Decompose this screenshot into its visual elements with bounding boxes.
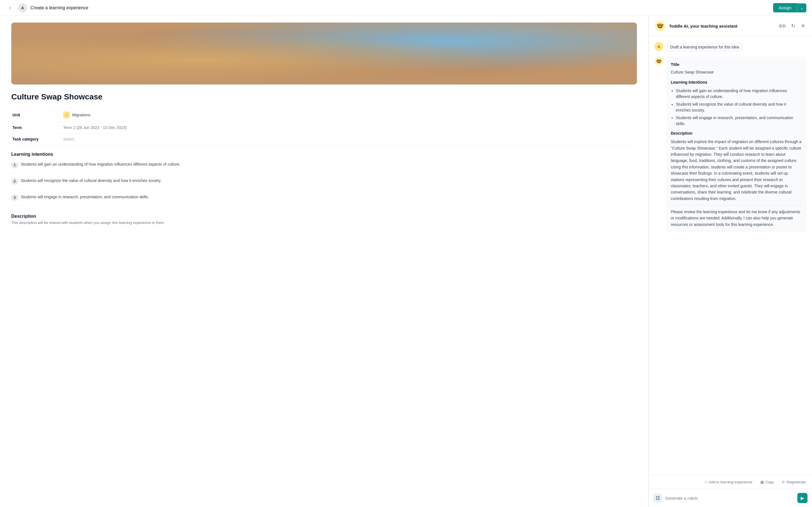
ai-li-1: Students will gain an understanding of h…	[676, 88, 802, 100]
ai-send-button[interactable]: ▶	[797, 493, 808, 503]
ai-header: 🤓 Toddle AI, your teaching assistant ↻ ✕	[649, 16, 812, 36]
assign-dropdown-button[interactable]: ⌄	[797, 3, 806, 12]
ai-li-3: Students will engage in research, presen…	[676, 115, 802, 127]
term-row: Term Term 1 (28 Jun 2023 - 15 Dec 2023)	[11, 122, 637, 133]
ai-chat: A Draft a learning experience for this i…	[649, 36, 812, 475]
wave-icon	[779, 24, 785, 28]
header: ‹ A Create a learning experience Assign …	[0, 0, 812, 16]
ai-li-2: Students will recognize the value of cul…	[676, 101, 802, 113]
ai-actions-bar: □ Add to learning experience ▦ Copy ↻ Re…	[649, 475, 812, 489]
ai-bubble: Title Culture Swap Showcase Learning Int…	[666, 57, 806, 232]
task-category-row: Task category Select	[11, 133, 637, 145]
ai-refresh-button[interactable]: ↻	[790, 22, 797, 30]
ai-followup: Please review the learning experience an…	[671, 205, 802, 228]
li-number-2: 2	[11, 178, 18, 185]
header-left: ‹ A Create a learning experience	[6, 3, 88, 12]
ai-response-title-label: Title	[671, 61, 802, 68]
left-panel: Culture Swap Showcase Unit 🧭 Migrations …	[0, 16, 649, 507]
ai-message: 🤓 Title Culture Swap Showcase Learning I…	[654, 57, 806, 232]
ai-avatar-sm: 🤓	[654, 57, 663, 66]
experience-title: Culture Swap Showcase	[11, 93, 637, 101]
description-section: Description This description will be sha…	[11, 214, 637, 225]
ai-input-field[interactable]	[665, 496, 795, 501]
user-avatar: A	[18, 3, 27, 12]
list-item: 1 Students will gain an understanding of…	[11, 161, 637, 173]
unit-value: 🧭 Migrations	[62, 108, 637, 122]
ai-wave-button[interactable]	[778, 22, 786, 29]
li-text-1: Students will gain an understanding of h…	[21, 161, 181, 167]
page-title: Create a learning experience	[31, 5, 88, 10]
term-label: Term	[11, 122, 62, 133]
li-number-3: 3	[11, 194, 18, 201]
add-to-experience-button[interactable]: □ Add to learning experience	[703, 479, 754, 485]
unit-label: Unit	[11, 108, 62, 122]
li-number-1: 1	[11, 162, 18, 168]
unit-icon: 🧭	[63, 112, 70, 118]
ai-input-icon: ☷	[653, 494, 662, 503]
main-layout: Culture Swap Showcase Unit 🧭 Migrations …	[0, 16, 812, 507]
add-icon: □	[705, 480, 707, 484]
hero-image	[11, 22, 637, 84]
regenerate-icon: ↻	[782, 480, 785, 484]
li-text-3: Students will engage in research, presen…	[21, 194, 149, 200]
ai-input-area: ☷ ▶	[649, 489, 812, 507]
list-item: 2 Students will recognize the value of c…	[11, 178, 637, 189]
list-item: 3 Students will engage in research, pres…	[11, 194, 637, 206]
ai-panel: 🤓 Toddle AI, your teaching assistant ↻ ✕	[649, 16, 812, 507]
ai-close-button[interactable]: ✕	[800, 22, 806, 30]
ai-learning-intentions-label: Learning Intentions	[671, 79, 802, 86]
regenerate-button[interactable]: ↻ Regenerate	[780, 479, 808, 485]
send-icon: ▶	[801, 496, 804, 501]
ai-description-label: Description	[671, 130, 802, 136]
assign-button[interactable]: Assign	[773, 3, 797, 12]
task-category-label: Task category	[11, 133, 62, 145]
description-subtitle: This description will be shared with stu…	[11, 221, 637, 225]
term-value: Term 1 (28 Jun 2023 - 15 Dec 2023)	[62, 122, 637, 133]
ai-name: Toddle AI, your teaching assistant	[669, 24, 774, 29]
ai-learning-intentions-list: Students will gain an understanding of h…	[671, 88, 802, 127]
task-category-select[interactable]: Select	[62, 133, 637, 145]
ai-response-title-value: Culture Swap Showcase	[671, 69, 802, 75]
ai-header-actions: ↻ ✕	[778, 22, 806, 30]
ai-description-text: Students will explore the impact of migr…	[671, 138, 802, 202]
copy-icon: ▦	[760, 480, 764, 484]
meta-table: Unit 🧭 Migrations Term Term 1 (28 Jun 20…	[11, 108, 637, 145]
back-button[interactable]: ‹	[6, 3, 15, 12]
user-avatar-sm: A	[654, 42, 663, 51]
learning-intentions-list: 1 Students will gain an understanding of…	[11, 161, 637, 206]
unit-row: Unit 🧭 Migrations	[11, 108, 637, 122]
header-actions: Assign ⌄	[773, 3, 806, 12]
user-message: A Draft a learning experience for this i…	[654, 42, 806, 52]
description-label: Description	[11, 214, 637, 219]
li-text-2: Students will recognize the value of cul…	[21, 178, 161, 184]
copy-button[interactable]: ▦ Copy	[759, 479, 776, 485]
ai-avatar: 🤓	[654, 20, 666, 32]
user-bubble: Draft a learning experience for this ide…	[666, 42, 743, 52]
learning-intentions-section-title: Learning intentions	[11, 152, 637, 157]
